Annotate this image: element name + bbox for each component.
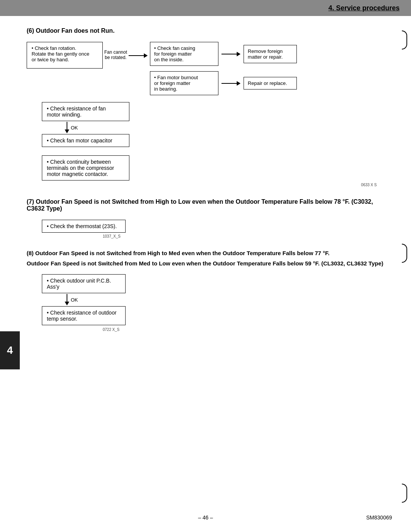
arrow-label-rotated: be rotated.	[105, 55, 126, 60]
section6-ok1: OK	[71, 125, 78, 131]
section8-heading1: (8) Outdoor Fan Speed is not Switched fr…	[27, 250, 392, 256]
section6: (6) Outdoor Fan does not Run. • Check fa…	[27, 27, 392, 187]
page-header: 4. Service procedures	[0, 0, 411, 16]
section8-ok: OK	[71, 297, 78, 303]
tab-label: 4	[7, 344, 13, 356]
section6-heading: (6) Outdoor Fan does not Run.	[27, 27, 392, 34]
section6-right-top-box: • Check fan casingfor foreign matteron t…	[150, 42, 218, 66]
section6-box1-line2: Rotate the fan gently once	[32, 51, 89, 57]
header-title: 4. Service procedures	[328, 4, 400, 12]
section8-ref: 0722 X_S	[103, 328, 392, 332]
section6-box1-line3: or twice by hand.	[32, 57, 69, 62]
section6-box2: • Check resistance of fanmotor winding.	[42, 102, 129, 121]
section6-result-bottom: Repair or replace.	[244, 77, 297, 89]
section8-box2: • Check resistance of outdoortemp sensor…	[42, 306, 126, 325]
doc-number: SM830069	[366, 514, 392, 521]
section6-box1-line1: • Check fan rotation.	[32, 45, 76, 51]
section7-box1: • Check the thermostat (23S).	[42, 220, 126, 233]
page-number: – 46 –	[198, 514, 213, 521]
section6-box4: • Check continuity betweenterminals on t…	[42, 155, 129, 181]
section6-right-bottom-box: • Fan motor burnoutor foreign matterin b…	[150, 71, 218, 95]
section6-box3: • Check fan motor capacitor	[42, 134, 129, 147]
page-footer: – 46 –	[0, 514, 411, 521]
right-curve-decoration3	[402, 484, 407, 503]
section6-box1: • Check fan rotation. Rotate the fan gen…	[27, 42, 103, 69]
main-content: (6) Outdoor Fan does not Run. • Check fa…	[0, 16, 411, 343]
section7-ref: 1037_X_S	[103, 234, 392, 238]
section8-heading2: Outdoor Fan Speed is not Switched from M…	[27, 260, 392, 267]
section7: (7) Outdoor Fan Speed is not Switched fr…	[27, 198, 392, 238]
section7-heading: (7) Outdoor Fan Speed is not Switched fr…	[27, 198, 392, 212]
section8-box1: • Check outdoor unit P.C.B.Ass'y	[42, 274, 126, 293]
section6-ref: 0633 X S	[27, 183, 377, 187]
arrow-label-cannot: Fan cannot	[104, 50, 127, 55]
section6-result-top: Remove foreignmatter or repair.	[244, 45, 297, 63]
section8: (8) Outdoor Fan Speed is not Switched fr…	[27, 250, 392, 332]
